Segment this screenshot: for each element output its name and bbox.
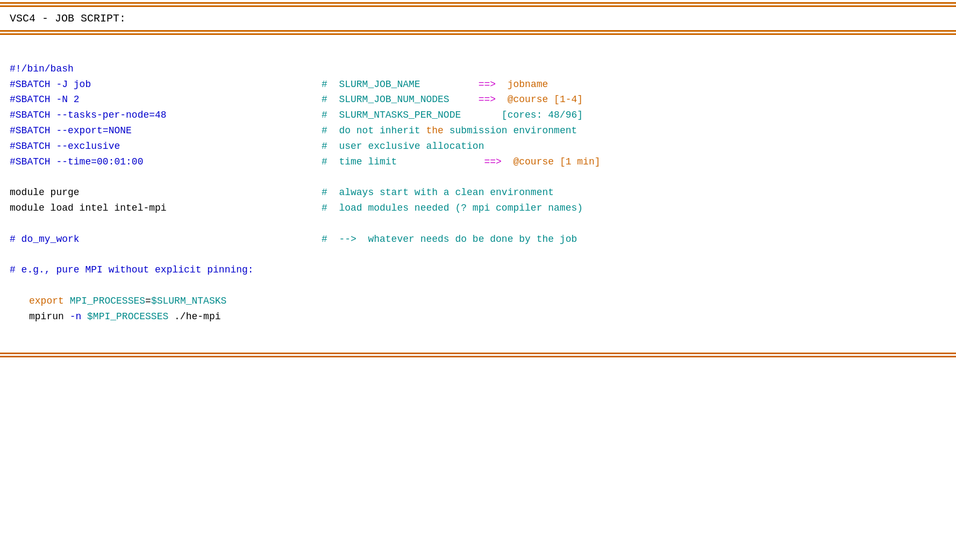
sbatch-line-3: #SBATCH --tasks-per-node=48 # SLURM_NTAS… — [10, 107, 946, 123]
code-block: #!/bin/bash #SBATCH -J job # SLURM_JOB_N… — [10, 46, 946, 340]
module-purge-line: module purge # always start with a clean… — [10, 185, 946, 200]
shebang-text: #!/bin/bash — [10, 61, 74, 77]
sbatch-n: #SBATCH -N 2 — [10, 92, 322, 107]
export-varname: MPI_PROCESSES — [70, 293, 145, 309]
sbatch-line-5: #SBATCH --exclusive # user exclusive all… — [10, 139, 946, 154]
mpirun-line: mpirun -n $MPI_PROCESSES ./he-mpi — [10, 309, 946, 325]
comment-time: # time limit ==> @course [1 min] — [322, 154, 601, 170]
example-comment: # e.g., pure MPI without explicit pinnin… — [10, 262, 254, 278]
comment-export: # do not inherit the submission environm… — [322, 123, 577, 139]
comment-do-my-work: # --> whatever needs do be done by the j… — [322, 232, 577, 247]
mpirun-flag: -n — [70, 309, 87, 325]
top-border — [0, 0, 956, 7]
header-separator — [0, 30, 956, 35]
module-load-line: module load intel intel-mpi # load modul… — [10, 200, 946, 216]
sbatch-line-2: #SBATCH -N 2 # SLURM_JOB_NUM_NODES ==> @… — [10, 92, 946, 107]
export-keyword: export — [29, 293, 70, 309]
mpirun-cmd: mpirun — [29, 309, 70, 325]
export-value: $SLURM_NTASKS — [151, 293, 226, 309]
sbatch-line-6: #SBATCH --time=00:01:00 # time limit ==>… — [10, 154, 946, 170]
bottom-border — [0, 350, 956, 357]
export-line: export MPI_PROCESSES=$SLURM_NTASKS — [10, 293, 946, 309]
sbatch-j: #SBATCH -J job — [10, 77, 322, 92]
code-section: #!/bin/bash #SBATCH -J job # SLURM_JOB_N… — [0, 35, 956, 350]
sbatch-line-1: #SBATCH -J job # SLURM_JOB_NAME ==> jobn… — [10, 77, 946, 92]
export-assign: = — [145, 293, 151, 309]
module-load: module load intel intel-mpi — [10, 200, 322, 216]
comment-j: # SLURM_JOB_NAME ==> jobname — [322, 77, 548, 92]
main-container: VSC4 - JOB SCRIPT: #!/bin/bash #SBATCH -… — [0, 0, 956, 560]
shebang-line: #!/bin/bash — [10, 61, 946, 77]
comment-n: # SLURM_JOB_NUM_NODES ==> @course [1-4] — [322, 92, 583, 107]
sbatch-tasks: #SBATCH --tasks-per-node=48 — [10, 107, 322, 123]
sbatch-export: #SBATCH --export=NONE — [10, 123, 322, 139]
sbatch-time: #SBATCH --time=00:01:00 — [10, 154, 322, 170]
comment-purge: # always start with a clean environment — [322, 185, 554, 200]
mpirun-var: $MPI_PROCESSES — [87, 309, 168, 325]
comment-tasks: # SLURM_NTASKS_PER_NODE [cores: 48/96] — [322, 107, 583, 123]
sbatch-exclusive: #SBATCH --exclusive — [10, 139, 322, 154]
header-title: VSC4 - JOB SCRIPT: — [10, 12, 126, 25]
comment-load: # load modules needed (? mpi compiler na… — [322, 200, 583, 216]
sbatch-line-4: #SBATCH --export=NONE # do not inherit t… — [10, 123, 946, 139]
module-purge: module purge — [10, 185, 322, 200]
do-my-work: # do_my_work — [10, 232, 322, 247]
header-section: VSC4 - JOB SCRIPT: — [0, 7, 956, 30]
comment-exclusive: # user exclusive allocation — [322, 139, 484, 154]
example-comment-line: # e.g., pure MPI without explicit pinnin… — [10, 262, 946, 278]
do-my-work-line: # do_my_work # --> whatever needs do be … — [10, 232, 946, 247]
mpirun-rest: ./he-mpi — [168, 309, 220, 325]
